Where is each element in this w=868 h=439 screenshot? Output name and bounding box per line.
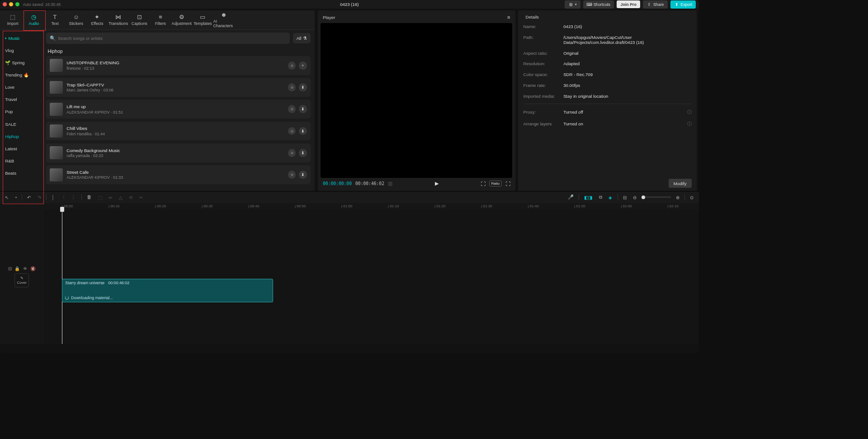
redo-button[interactable]: ↷ xyxy=(36,193,42,201)
playhead[interactable] xyxy=(62,210,62,344)
trim-left-button[interactable]: 〔 xyxy=(59,192,66,201)
category-label: Beats xyxy=(5,171,16,176)
zoom-fit-button[interactable]: ⊙ xyxy=(689,193,695,201)
visibility-icon[interactable]: 👁 xyxy=(23,266,28,271)
song-meta: finetune · 02:13 xyxy=(66,66,284,71)
link-button[interactable]: ⧉ xyxy=(598,193,604,201)
share-button[interactable]: ⇪Share xyxy=(643,0,667,9)
tab-text[interactable]: TText xyxy=(44,10,66,29)
play-button[interactable]: ▶ xyxy=(435,181,439,186)
favorite-button[interactable]: ☆ xyxy=(288,171,296,179)
timeline-ruler[interactable]: | 00:00| 00:10| 00:20| 00:30| 00:40| 00:… xyxy=(0,203,699,210)
favorite-button[interactable]: ☆ xyxy=(288,149,296,157)
song-row[interactable]: Lift me up ALEKSANDAR KIPROV · 01:51 ☆ ⬇ xyxy=(46,100,310,119)
tab-transitions[interactable]: ⋈Transitions xyxy=(108,10,129,29)
split-button[interactable]: ┃ xyxy=(50,193,56,201)
tab-ai-characters[interactable]: ☻AI Characters xyxy=(213,10,235,29)
favorite-button[interactable]: ☆ xyxy=(288,62,296,70)
category-music[interactable]: Music xyxy=(0,32,42,44)
join-pro-button[interactable]: Join Pro xyxy=(617,0,640,8)
fullscreen-button[interactable]: ⛶ xyxy=(505,181,510,186)
song-row[interactable]: Comedy Background Music raffa yamada · 0… xyxy=(46,143,310,162)
ruler-tick: | 00:20 xyxy=(155,203,202,210)
search-input[interactable] xyxy=(58,36,286,41)
minimize-window[interactable] xyxy=(9,2,13,6)
filter-button[interactable]: All⚗ xyxy=(293,33,311,43)
song-row[interactable]: Street Cafe ALEKSANDAR KIPROV · 01:33 ☆ … xyxy=(46,165,310,184)
audio-clip[interactable]: Starry dream universe 00:00:46:02 Downlo… xyxy=(62,279,273,302)
category-label: SALE xyxy=(5,122,16,127)
tab-audio[interactable]: ◷Audio xyxy=(24,10,45,29)
search-box[interactable]: 🔍 xyxy=(46,33,290,43)
preview-button[interactable]: ◈ xyxy=(607,193,613,201)
mirror-button[interactable]: ⇔ xyxy=(107,193,113,201)
category-sale[interactable]: SALE xyxy=(0,118,42,130)
category-trending[interactable]: Trending🔥 xyxy=(0,69,42,81)
favorite-button[interactable]: ☆ xyxy=(288,127,296,135)
download-button[interactable]: ⬇ xyxy=(299,127,307,135)
download-button[interactable]: ⬇ xyxy=(299,149,307,157)
category-vlog[interactable]: Vlog xyxy=(0,44,42,57)
category-pop[interactable]: Pop xyxy=(0,105,42,118)
delete-button[interactable]: 🗑 xyxy=(85,193,93,201)
download-button[interactable]: ⬇ xyxy=(299,171,307,179)
align-button[interactable]: ⊟ xyxy=(621,193,627,201)
undo-button[interactable]: ↶ xyxy=(26,193,32,201)
crop-button[interactable]: ⛶ xyxy=(481,181,486,186)
info-icon[interactable]: ⓘ xyxy=(687,110,692,115)
layout-button[interactable]: ⊞▾ xyxy=(565,0,580,9)
tab-import[interactable]: ⬚Import xyxy=(2,10,24,29)
category-travel[interactable]: Travel xyxy=(0,93,42,105)
lock-icon[interactable]: 🔒 xyxy=(14,266,20,271)
download-button[interactable]: ⬇ xyxy=(299,83,307,91)
cover-button[interactable]: ✎ Cover xyxy=(14,273,29,287)
zoom-in-button[interactable]: ⊕ xyxy=(675,193,681,201)
close-window[interactable] xyxy=(3,2,7,6)
add-button[interactable]: + xyxy=(299,62,307,70)
snap-button[interactable]: ◧◨ xyxy=(583,193,594,201)
player-viewport[interactable] xyxy=(321,23,512,178)
song-row[interactable]: Chill Vibes Febri Handika · 01:44 ☆ ⬇ xyxy=(46,122,310,141)
category-hiphop[interactable]: Hiphop xyxy=(0,130,42,143)
export-button[interactable]: ⬆Export xyxy=(670,0,696,9)
select-tool-dropdown[interactable]: ▾ xyxy=(14,194,18,200)
clip-duration: 00:00:46:02 xyxy=(108,281,129,285)
trim-right-button[interactable]: 〕 xyxy=(71,192,78,201)
tab-stickers[interactable]: ☺Stickers xyxy=(66,10,87,29)
modify-button[interactable]: Modify xyxy=(669,179,692,188)
zoom-slider[interactable] xyxy=(642,196,670,198)
maximize-window[interactable] xyxy=(15,2,19,6)
mute-icon[interactable]: 🔇 xyxy=(30,266,36,271)
favorite-button[interactable]: ☆ xyxy=(288,105,296,113)
timeline-tracks[interactable]: Starry dream universe 00:00:46:02 Downlo… xyxy=(44,210,699,344)
tool-a[interactable]: ⬚ xyxy=(96,193,103,201)
player-menu-button[interactable]: ≡ xyxy=(507,14,510,20)
tab-adjustment[interactable]: ⚙Adjustment xyxy=(171,10,192,29)
compare-button[interactable]: ▥ xyxy=(388,181,392,186)
detail-row: Resolution:Adapted xyxy=(524,58,692,69)
crop-tool[interactable]: ✂ xyxy=(137,193,144,201)
category-love[interactable]: Love xyxy=(0,81,42,93)
tab-filters[interactable]: ≡Filters xyxy=(150,10,171,29)
tab-captions[interactable]: ⊡Captions xyxy=(129,10,150,29)
ratio-button[interactable]: Ratio xyxy=(489,181,501,186)
tick-label: | 01:20 xyxy=(434,204,445,208)
zoom-out-button[interactable]: ⊖ xyxy=(632,193,638,201)
category-latest[interactable]: Latest xyxy=(0,143,42,155)
tab-effects[interactable]: ✦Effects xyxy=(87,10,108,29)
tab-templates[interactable]: ▭Templates xyxy=(192,10,213,29)
category-spring[interactable]: 🌱Spring xyxy=(0,57,42,69)
shortcuts-button[interactable]: ⌨Shortcuts xyxy=(583,0,614,9)
song-row[interactable]: Trap Skrl–CAPPTV Marc James Oshry · 03:0… xyxy=(46,78,310,97)
mic-button[interactable]: 🎤 xyxy=(566,193,575,201)
tool-b[interactable]: △ xyxy=(117,193,123,201)
favorite-button[interactable]: ☆ xyxy=(288,83,296,91)
category-r&b[interactable]: R&B xyxy=(0,155,42,167)
category-beats[interactable]: Beats xyxy=(0,167,42,179)
select-tool[interactable]: ↖ xyxy=(4,193,10,201)
rotate-button[interactable]: ⟲ xyxy=(127,193,134,201)
track-toggle-icon[interactable]: ⊟ xyxy=(8,266,12,271)
download-button[interactable]: ⬇ xyxy=(299,105,307,113)
info-icon[interactable]: ⓘ xyxy=(687,121,692,127)
song-row[interactable]: UNSTOPPABLE EVENING finetune · 02:13 ☆ + xyxy=(46,56,310,75)
